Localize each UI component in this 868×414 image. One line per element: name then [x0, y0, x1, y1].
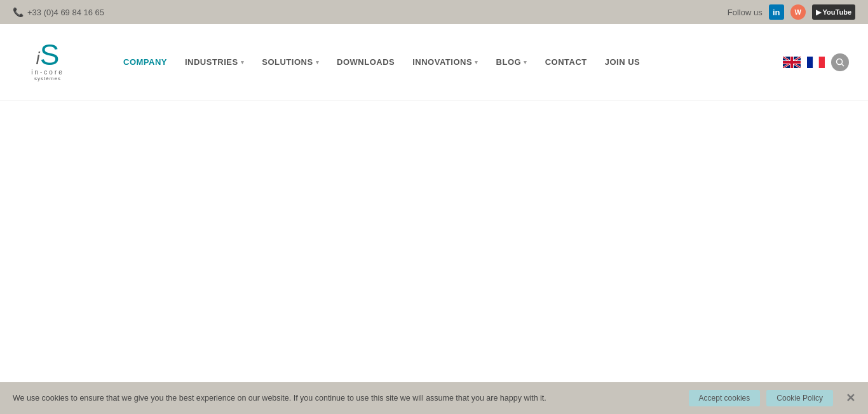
top-bar: 📞 +33 (0)4 69 84 16 65 Follow us in W ▶ …	[0, 0, 868, 24]
search-button[interactable]	[831, 53, 849, 71]
nav-blog[interactable]: BLOG ▾	[487, 57, 536, 67]
cookie-buttons: Accept cookies Cookie Policy ✕	[689, 390, 855, 406]
fr-flag[interactable]	[807, 57, 825, 68]
svg-rect-8	[783, 61, 801, 64]
chevron-down-icon: ▾	[316, 59, 320, 66]
cookie-bar: We use cookies to ensure that we give yo…	[0, 382, 868, 414]
header: i S in-core systèmes COMPANY INDUSTRIES …	[0, 24, 868, 100]
nav-join-us[interactable]: JOIN US	[596, 57, 649, 67]
logo-s: S	[40, 43, 60, 67]
main-content	[0, 100, 868, 382]
nav-company[interactable]: COMPANY	[114, 57, 176, 67]
svg-point-12	[837, 59, 843, 64]
logo-sub: systèmes	[34, 76, 61, 81]
nav-downloads[interactable]: DOWNLOADS	[328, 57, 403, 67]
main-nav: COMPANY INDUSTRIES ▾ SOLUTIONS ▾ DOWNLOA…	[114, 57, 783, 67]
nav-right	[783, 53, 849, 71]
logo-name: in-core	[31, 69, 64, 76]
chevron-down-icon: ▾	[475, 59, 478, 66]
logo-area[interactable]: i S in-core systèmes	[19, 40, 76, 85]
svg-rect-10	[813, 57, 818, 68]
cookie-close-button[interactable]: ✕	[846, 391, 855, 405]
cookie-policy-button[interactable]: Cookie Policy	[766, 390, 833, 406]
svg-line-13	[842, 64, 844, 66]
accept-cookies-button[interactable]: Accept cookies	[689, 390, 761, 406]
youtube-icon[interactable]: ▶ YouTube	[812, 4, 855, 20]
svg-rect-9	[807, 57, 813, 68]
svg-rect-11	[819, 57, 825, 68]
cookie-message: We use cookies to ensure that we give yo…	[13, 394, 689, 403]
follow-us-label: Follow us	[728, 8, 763, 17]
uk-flag[interactable]	[783, 57, 801, 68]
nav-solutions[interactable]: SOLUTIONS ▾	[253, 57, 328, 67]
phone-icon: 📞	[13, 7, 24, 17]
nav-industries[interactable]: INDUSTRIES ▾	[176, 57, 253, 67]
social-area: Follow us in W ▶ YouTube	[728, 4, 855, 20]
linkedin-icon[interactable]: in	[769, 4, 784, 20]
chevron-down-icon: ▾	[524, 59, 527, 66]
nav-contact[interactable]: CONTACT	[536, 57, 596, 67]
nav-innovations[interactable]: INNOVATIONS ▾	[403, 57, 487, 67]
phone-number[interactable]: +33 (0)4 69 84 16 65	[27, 8, 104, 17]
logo[interactable]: i S in-core systèmes	[19, 40, 76, 85]
chevron-down-icon: ▾	[241, 59, 245, 66]
viadeo-icon[interactable]: W	[790, 4, 806, 20]
phone-area: 📞 +33 (0)4 69 84 16 65	[13, 7, 104, 17]
